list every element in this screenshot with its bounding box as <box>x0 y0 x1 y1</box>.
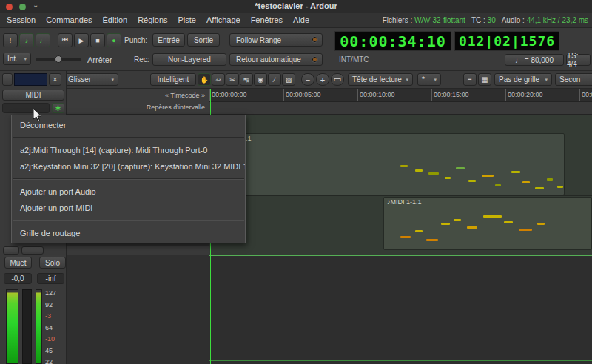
mute-button[interactable]: Muet <box>4 257 32 269</box>
midi-note[interactable] <box>468 180 476 182</box>
midi-region[interactable]: ♪MIDI 1-1.1 <box>383 197 592 250</box>
midi-note[interactable] <box>428 172 439 175</box>
midi-input-connect-icon[interactable]: ✱ <box>52 103 64 113</box>
midi-note[interactable] <box>454 219 461 221</box>
status-label: TC : <box>471 16 488 24</box>
midi-note[interactable] <box>415 230 423 232</box>
context-menu-item[interactable]: a2j:Keystation Mini 32 [20] (capture): K… <box>12 158 245 175</box>
midi-panic-button[interactable]: ♪ <box>19 33 34 47</box>
context-menu-item[interactable]: Ajouter un port Audio <box>12 183 245 200</box>
zoom-out-button[interactable]: − <box>301 73 314 86</box>
peak-display[interactable]: -inf <box>37 273 64 284</box>
midi-note[interactable] <box>522 181 530 183</box>
play-button[interactable]: ▶ <box>74 33 89 47</box>
midi-input-active-button[interactable]: ♩ <box>36 33 50 47</box>
stop-button[interactable]: ■ <box>90 33 105 47</box>
edit-point-combo[interactable]: Tête de lecture ▾ <box>348 73 413 86</box>
midi-note[interactable] <box>441 223 450 225</box>
goto-start-button[interactable]: ⏮ <box>58 33 73 47</box>
midi-note[interactable] <box>483 215 502 218</box>
tool-draw-button[interactable]: ∕ <box>268 73 281 86</box>
midi-note[interactable] <box>400 165 408 167</box>
tool-stretch-button[interactable]: ↹ <box>240 73 253 86</box>
record-button[interactable]: ● <box>107 33 121 47</box>
smart-mode-button[interactable]: Intelligent <box>150 73 196 86</box>
midi-note[interactable] <box>426 239 438 241</box>
timecode-ruler-label[interactable]: « Timecode » <box>165 92 205 99</box>
midi-note[interactable] <box>400 236 411 238</box>
shuttle-handle[interactable] <box>55 55 62 63</box>
sync-source-button[interactable]: Int. ▾ <box>3 53 31 65</box>
punch-out-button[interactable]: Sortie <box>187 33 220 47</box>
strip-close-button[interactable]: × <box>49 73 61 86</box>
automation-mini-button[interactable] <box>3 246 19 255</box>
secondary-clock[interactable]: 012|02|1576 <box>454 31 559 51</box>
ruler-tick-label: 00:00:00:00 <box>212 91 247 98</box>
midi-note[interactable] <box>415 169 423 172</box>
context-menu-item[interactable]: Ajouter un port MIDI <box>12 200 245 216</box>
follow-range-button[interactable]: Follow Range <box>229 33 323 47</box>
shuttle-slider[interactable] <box>36 58 81 61</box>
menubar-items: SessionCommandesÉditionRégionsPisteAffic… <box>1 13 314 27</box>
auto-return-button[interactable]: Retour automatique <box>229 53 323 66</box>
midi-note[interactable] <box>557 186 563 188</box>
midi-note[interactable] <box>467 226 477 229</box>
rec-mode-button[interactable]: Non-Layered <box>152 53 226 66</box>
gain-display[interactable]: -0,0 <box>4 273 32 284</box>
menubar-item-fenêtres[interactable]: Fenêtres <box>246 13 288 27</box>
tool-cut-button[interactable]: ✂ <box>226 73 239 86</box>
tool-edit-button[interactable]: ▨ <box>282 73 295 86</box>
midi-note[interactable] <box>535 187 544 189</box>
midi-note[interactable] <box>547 178 553 181</box>
menubar-item-édition[interactable]: Édition <box>98 13 133 27</box>
menubar-item-commandes[interactable]: Commandes <box>41 13 97 27</box>
track-name-field[interactable] <box>14 73 47 86</box>
zoom-in-button[interactable]: + <box>316 73 329 86</box>
punch-in-button[interactable]: Entrée <box>152 33 185 47</box>
layer-mode-button[interactable]: ≡ <box>463 73 477 86</box>
punch-toggle-button[interactable]: ! <box>3 33 18 47</box>
strip-menu-button[interactable] <box>2 73 13 86</box>
menubar-item-régions[interactable]: Régions <box>132 13 172 27</box>
midi-note[interactable] <box>445 177 451 179</box>
menubar-item-session[interactable]: Session <box>1 13 41 27</box>
midi-region[interactable]: ♪MIDI 1-1.1 <box>210 133 565 195</box>
midi-note[interactable] <box>482 175 494 177</box>
editor-canvas[interactable]: ♪MIDI 1-1.1 ♪MIDI 1-1.1 <box>209 115 592 364</box>
automation-mini-button[interactable] <box>21 246 44 255</box>
zoom-fit-button[interactable]: ▭ <box>331 73 344 86</box>
grid-unit-combo[interactable]: Secon ▾ <box>555 73 592 86</box>
tempo-button[interactable]: ♩ = 80,000 <box>505 54 564 66</box>
grid-display-button[interactable]: ▦ <box>478 73 491 86</box>
context-menu-item[interactable]: Grille de routage <box>12 225 245 241</box>
tool-grab-button[interactable]: ✋ <box>198 73 211 86</box>
time-signature-button[interactable]: TS: 4/4 <box>566 54 591 66</box>
track-type-button[interactable]: MIDI <box>2 90 64 101</box>
midi-note[interactable] <box>511 171 520 173</box>
mouse-cursor <box>33 108 43 123</box>
meter-scale-number: 64 <box>45 324 53 331</box>
tool-range-button[interactable]: ⇿ <box>212 73 225 86</box>
marker-combo[interactable]: * ▾ <box>417 73 441 86</box>
track-separator <box>209 337 592 337</box>
menubar-item-affichage[interactable]: Affichage <box>201 13 246 27</box>
clock-source-label[interactable]: INT/MTC <box>339 55 369 64</box>
menubar-item-aide[interactable]: Aide <box>288 13 314 27</box>
midi-note[interactable] <box>519 229 532 231</box>
context-menu-item[interactable]: Déconnecter <box>12 117 245 133</box>
drag-mode-combo[interactable]: Glisser ▾ <box>64 73 118 86</box>
context-menu-item[interactable]: a2j:Midi Through [14] (capture): Midi Th… <box>12 142 245 158</box>
midi-note[interactable] <box>456 167 465 169</box>
interval-ruler[interactable] <box>209 102 592 115</box>
midi-note[interactable] <box>504 221 513 223</box>
primary-clock[interactable]: 00:00:34:10 <box>334 31 451 51</box>
midi-note[interactable] <box>537 223 545 225</box>
interval-ruler-label[interactable]: Repères d'intervalle <box>147 104 205 111</box>
midi-note[interactable] <box>495 184 501 186</box>
menubar-item-piste[interactable]: Piste <box>173 13 201 27</box>
fader-slot[interactable] <box>22 289 32 364</box>
grid-mode-combo[interactable]: Pas de grille ▾ <box>494 73 552 86</box>
tool-audition-button[interactable]: ◉ <box>254 73 267 86</box>
timecode-ruler[interactable]: 00:00:00:0000:00:05:0000:00:10:0000:00:1… <box>209 89 592 102</box>
solo-button[interactable]: Solo <box>39 257 66 269</box>
